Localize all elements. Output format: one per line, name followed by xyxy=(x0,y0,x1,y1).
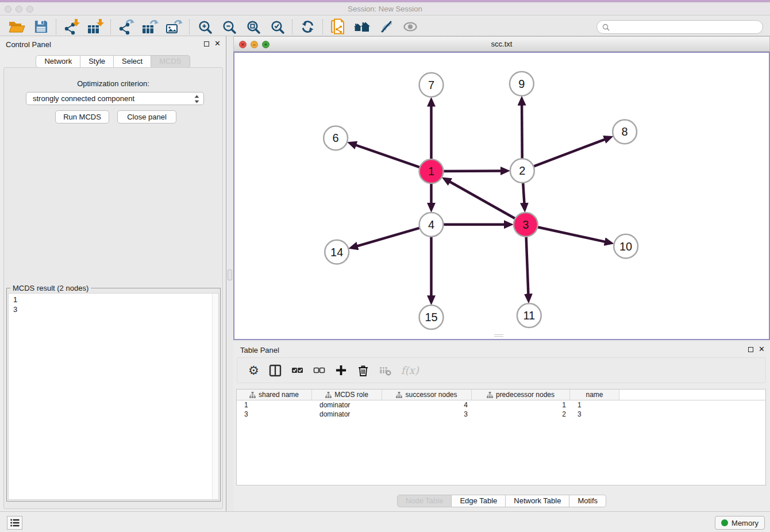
import-table-button[interactable] xyxy=(83,18,107,36)
export-table-button[interactable] xyxy=(138,18,162,36)
status-bar: Memory xyxy=(0,511,770,532)
tab-network[interactable]: Network xyxy=(36,55,80,68)
node-label: 4 xyxy=(428,218,434,231)
window-title: Session: New Session xyxy=(0,5,770,13)
header-filler xyxy=(619,390,765,400)
export-image-icon xyxy=(165,19,183,35)
node-label: 10 xyxy=(619,240,632,253)
panel-splitter-handle[interactable] xyxy=(228,269,232,280)
toolbar-separator xyxy=(189,20,190,34)
zoom-in-icon xyxy=(198,20,212,34)
main-toolbar xyxy=(0,18,770,36)
node-label: 11 xyxy=(523,309,535,322)
export-image-button[interactable] xyxy=(162,18,186,36)
toolbar-separator xyxy=(110,20,111,34)
close-panel-icon[interactable]: ✕ xyxy=(214,41,221,47)
zoom-out-icon xyxy=(222,20,236,34)
canvas-resize-grip[interactable] xyxy=(494,334,503,337)
float-panel-icon[interactable] xyxy=(204,41,209,47)
save-session-button[interactable] xyxy=(29,18,53,36)
node-label: 15 xyxy=(425,311,437,323)
network-canvas[interactable]: 1234678910111415 xyxy=(233,52,770,340)
cell-name[interactable]: 1 xyxy=(570,401,619,409)
tab-edge-table[interactable]: Edge Table xyxy=(452,495,506,507)
cell-name[interactable]: 3 xyxy=(570,410,619,418)
zoom-fit-button[interactable] xyxy=(241,18,265,36)
toggle-panel-layout-icon[interactable] xyxy=(269,364,282,377)
cell-predecessor-nodes[interactable]: 1 xyxy=(472,401,570,409)
table-header-row: shared name MCDS role xyxy=(237,390,765,400)
cell-predecessor-nodes[interactable]: 2 xyxy=(472,410,570,418)
search-input[interactable] xyxy=(613,23,763,31)
import-network-button[interactable] xyxy=(59,18,83,36)
column-header-mcds-role[interactable]: MCDS role xyxy=(312,390,382,400)
criterion-select[interactable]: strongly connected component xyxy=(26,92,204,105)
app-titlebar: Session: New Session xyxy=(0,0,770,16)
criterion-value: strongly connected component xyxy=(33,94,134,103)
refresh-button[interactable] xyxy=(295,18,319,36)
delete-column-icon[interactable] xyxy=(357,364,369,377)
deselect-all-columns-icon[interactable] xyxy=(313,365,325,375)
column-label: predecessor nodes xyxy=(496,391,555,399)
select-all-columns-icon[interactable] xyxy=(291,365,303,375)
home-icon xyxy=(353,20,371,34)
table-panel-header: Table Panel ✕ xyxy=(233,342,770,357)
edge-2-8[interactable] xyxy=(522,140,605,171)
mcds-result-group: MCDS result (2 nodes) 1 3 xyxy=(6,288,221,502)
node-label: 8 xyxy=(622,125,628,138)
column-label: successor nodes xyxy=(405,391,457,399)
hide-graphics-details-button[interactable] xyxy=(374,18,398,36)
new-network-from-selection-button[interactable] xyxy=(326,18,350,36)
control-panel-header: Control Panel ✕ xyxy=(0,36,226,51)
cell-shared-name[interactable]: 1 xyxy=(237,401,312,409)
network-view-window: ✕ − + scc.txt 1234678910111415 xyxy=(233,36,770,340)
export-network-button[interactable] xyxy=(114,18,138,36)
cell-successor-nodes[interactable]: 4 xyxy=(382,401,472,409)
first-neighbors-button[interactable] xyxy=(350,18,374,36)
mcds-result-list[interactable]: 1 3 xyxy=(8,293,219,500)
node-table: shared name MCDS role xyxy=(236,389,766,485)
run-mcds-button[interactable]: Run MCDS xyxy=(55,110,109,124)
table-row[interactable]: 1 dominator 4 1 1 xyxy=(237,400,765,410)
tab-style[interactable]: Style xyxy=(80,55,114,68)
zoom-fit-icon xyxy=(246,20,260,34)
tab-network-table[interactable]: Network Table xyxy=(506,495,569,507)
float-panel-icon[interactable] xyxy=(748,347,753,352)
network-window-titlebar[interactable]: ✕ − + scc.txt xyxy=(233,36,770,52)
zoom-selected-button[interactable] xyxy=(265,18,289,36)
cell-successor-nodes[interactable]: 3 xyxy=(382,410,472,418)
zoom-out-button[interactable] xyxy=(217,18,241,36)
close-panel-icon[interactable]: ✕ xyxy=(759,346,765,352)
memory-button[interactable]: Memory xyxy=(715,516,765,530)
add-column-icon[interactable] xyxy=(335,364,347,376)
zoom-in-button[interactable] xyxy=(192,18,217,36)
open-folder-icon xyxy=(8,20,25,34)
table-row[interactable]: 3 dominator 3 2 3 xyxy=(237,410,765,419)
tab-motifs[interactable]: Motifs xyxy=(569,495,606,507)
result-scrollbar[interactable] xyxy=(212,294,218,499)
open-session-button[interactable] xyxy=(5,18,29,36)
cell-mcds-role[interactable]: dominator xyxy=(312,401,382,409)
column-label: MCDS role xyxy=(334,391,368,399)
task-history-button[interactable] xyxy=(7,516,22,530)
column-header-name[interactable]: name xyxy=(570,390,619,400)
import-network-icon xyxy=(63,19,80,35)
eye-icon xyxy=(403,20,418,34)
optimization-criterion-label: Optimization criterion: xyxy=(4,79,222,88)
tab-node-table[interactable]: Node Table xyxy=(397,495,452,507)
tab-mcds[interactable]: MCDS xyxy=(151,55,190,68)
table-panel: Table Panel ✕ ⚙ xyxy=(233,342,770,511)
column-header-shared-name[interactable]: shared name xyxy=(237,390,312,400)
search-box[interactable] xyxy=(596,20,763,34)
edge-3-1[interactable] xyxy=(450,182,526,225)
close-panel-button[interactable]: Close panel xyxy=(117,110,176,124)
column-settings-icon[interactable]: ⚙ xyxy=(248,364,259,376)
export-network-icon xyxy=(117,19,134,35)
cell-mcds-role[interactable]: dominator xyxy=(312,410,382,418)
cell-shared-name[interactable]: 3 xyxy=(237,410,312,418)
network-window-title: scc.txt xyxy=(234,40,769,48)
column-header-successor-nodes[interactable]: successor nodes xyxy=(382,390,472,400)
tab-select[interactable]: Select xyxy=(114,55,151,68)
column-header-predecessor-nodes[interactable]: predecessor nodes xyxy=(472,390,570,400)
function-builder-icon: f(x) xyxy=(401,364,419,376)
